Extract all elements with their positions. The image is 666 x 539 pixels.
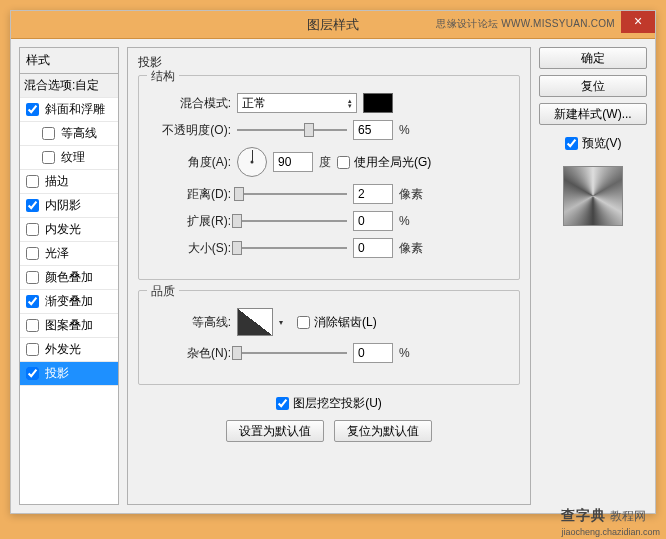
style-checkbox[interactable] bbox=[26, 271, 39, 284]
global-light-label: 使用全局光(G) bbox=[354, 154, 431, 171]
knockout-checkbox[interactable] bbox=[276, 397, 289, 410]
size-input[interactable] bbox=[353, 238, 393, 258]
style-checkbox[interactable] bbox=[26, 103, 39, 116]
contour-arrow-icon[interactable]: ▾ bbox=[279, 318, 283, 327]
style-row[interactable]: 颜色叠加 bbox=[20, 266, 118, 290]
settings-panel: 投影 结构 混合模式: 正常 ▴▾ 不透明度(O): % bbox=[127, 47, 531, 505]
page-watermark: 查字典 教程网 jiaocheng.chazidian.com bbox=[561, 507, 660, 537]
style-label: 内发光 bbox=[45, 221, 81, 238]
opacity-slider[interactable] bbox=[237, 122, 347, 138]
blend-options-row[interactable]: 混合选项:自定 bbox=[20, 74, 118, 98]
watermark-url: jiaocheng.chazidian.com bbox=[561, 527, 660, 537]
style-checkbox[interactable] bbox=[42, 151, 55, 164]
blend-options-label: 混合选项:自定 bbox=[24, 77, 99, 94]
opacity-label: 不透明度(O): bbox=[151, 122, 231, 139]
distance-input[interactable] bbox=[353, 184, 393, 204]
noise-unit: % bbox=[399, 346, 410, 360]
window-title: 图层样式 bbox=[307, 16, 359, 34]
blend-mode-value: 正常 bbox=[242, 95, 266, 112]
blend-mode-dropdown[interactable]: 正常 ▴▾ bbox=[237, 93, 357, 113]
preview-option[interactable]: 预览(V) bbox=[565, 135, 622, 152]
preview-checkbox[interactable] bbox=[565, 137, 578, 150]
global-light-checkbox[interactable] bbox=[337, 156, 350, 169]
style-checkbox[interactable] bbox=[26, 175, 39, 188]
global-light-option[interactable]: 使用全局光(G) bbox=[337, 154, 431, 171]
style-checkbox[interactable] bbox=[26, 319, 39, 332]
distance-slider[interactable] bbox=[237, 186, 347, 202]
ok-button[interactable]: 确定 bbox=[539, 47, 647, 69]
spread-unit: % bbox=[399, 214, 410, 228]
angle-input[interactable] bbox=[273, 152, 313, 172]
styles-panel: 样式 混合选项:自定 斜面和浮雕等高线纹理描边内阴影内发光光泽颜色叠加渐变叠加图… bbox=[19, 47, 119, 505]
style-row[interactable]: 光泽 bbox=[20, 242, 118, 266]
titlebar: 图层样式 思缘设计论坛 WWW.MISSYUAN.COM × bbox=[11, 11, 655, 39]
spread-slider[interactable] bbox=[237, 213, 347, 229]
styles-list: 混合选项:自定 斜面和浮雕等高线纹理描边内阴影内发光光泽颜色叠加渐变叠加图案叠加… bbox=[19, 74, 119, 505]
style-row[interactable]: 纹理 bbox=[20, 146, 118, 170]
shadow-color-swatch[interactable] bbox=[363, 93, 393, 113]
style-row[interactable]: 描边 bbox=[20, 170, 118, 194]
style-label: 外发光 bbox=[45, 341, 81, 358]
structure-legend: 结构 bbox=[147, 68, 179, 85]
style-row[interactable]: 斜面和浮雕 bbox=[20, 98, 118, 122]
preview-thumbnail bbox=[563, 166, 623, 226]
preview-label: 预览(V) bbox=[582, 135, 622, 152]
style-checkbox[interactable] bbox=[26, 223, 39, 236]
noise-input[interactable] bbox=[353, 343, 393, 363]
opacity-input[interactable] bbox=[353, 120, 393, 140]
style-row[interactable]: 等高线 bbox=[20, 122, 118, 146]
spread-input[interactable] bbox=[353, 211, 393, 231]
angle-unit: 度 bbox=[319, 154, 331, 171]
angle-label: 角度(A): bbox=[151, 154, 231, 171]
style-label: 内阴影 bbox=[45, 197, 81, 214]
style-checkbox[interactable] bbox=[26, 295, 39, 308]
watermark-site: 教程网 bbox=[610, 509, 646, 523]
layer-style-dialog: 图层样式 思缘设计论坛 WWW.MISSYUAN.COM × 样式 混合选项:自… bbox=[10, 10, 656, 514]
style-row[interactable]: 投影 bbox=[20, 362, 118, 386]
knockout-label: 图层挖空投影(U) bbox=[293, 395, 382, 412]
action-panel: 确定 复位 新建样式(W)... 预览(V) bbox=[539, 47, 647, 505]
style-row[interactable]: 内发光 bbox=[20, 218, 118, 242]
distance-label: 距离(D): bbox=[151, 186, 231, 203]
angle-dial[interactable] bbox=[237, 147, 267, 177]
forum-watermark: 思缘设计论坛 WWW.MISSYUAN.COM bbox=[436, 17, 615, 31]
new-style-button[interactable]: 新建样式(W)... bbox=[539, 103, 647, 125]
style-checkbox[interactable] bbox=[26, 367, 39, 380]
style-label: 投影 bbox=[45, 365, 69, 382]
style-checkbox[interactable] bbox=[26, 343, 39, 356]
close-button[interactable]: × bbox=[621, 11, 655, 33]
style-checkbox[interactable] bbox=[26, 199, 39, 212]
spread-label: 扩展(R): bbox=[151, 213, 231, 230]
dialog-body: 样式 混合选项:自定 斜面和浮雕等高线纹理描边内阴影内发光光泽颜色叠加渐变叠加图… bbox=[11, 39, 655, 513]
watermark-brand: 查字典 bbox=[561, 507, 606, 523]
antialias-option[interactable]: 消除锯齿(L) bbox=[297, 314, 377, 331]
style-checkbox[interactable] bbox=[26, 247, 39, 260]
styles-header: 样式 bbox=[19, 47, 119, 74]
style-checkbox[interactable] bbox=[42, 127, 55, 140]
antialias-checkbox[interactable] bbox=[297, 316, 310, 329]
style-label: 描边 bbox=[45, 173, 69, 190]
knockout-option[interactable]: 图层挖空投影(U) bbox=[276, 395, 382, 412]
style-row[interactable]: 内阴影 bbox=[20, 194, 118, 218]
style-label: 渐变叠加 bbox=[45, 293, 93, 310]
size-slider[interactable] bbox=[237, 240, 347, 256]
structure-fieldset: 结构 混合模式: 正常 ▴▾ 不透明度(O): % 角度(A): bbox=[138, 75, 520, 280]
noise-label: 杂色(N): bbox=[151, 345, 231, 362]
style-label: 光泽 bbox=[45, 245, 69, 262]
cancel-button[interactable]: 复位 bbox=[539, 75, 647, 97]
noise-slider[interactable] bbox=[237, 345, 347, 361]
quality-fieldset: 品质 等高线: ▾ 消除锯齿(L) 杂色(N): % bbox=[138, 290, 520, 385]
style-label: 纹理 bbox=[61, 149, 85, 166]
blend-mode-label: 混合模式: bbox=[151, 95, 231, 112]
style-label: 图案叠加 bbox=[45, 317, 93, 334]
make-default-button[interactable]: 设置为默认值 bbox=[226, 420, 324, 442]
reset-default-button[interactable]: 复位为默认值 bbox=[334, 420, 432, 442]
style-label: 颜色叠加 bbox=[45, 269, 93, 286]
opacity-unit: % bbox=[399, 123, 410, 137]
style-label: 等高线 bbox=[61, 125, 97, 142]
contour-picker[interactable] bbox=[237, 308, 273, 336]
style-row[interactable]: 外发光 bbox=[20, 338, 118, 362]
contour-label: 等高线: bbox=[151, 314, 231, 331]
style-row[interactable]: 渐变叠加 bbox=[20, 290, 118, 314]
style-row[interactable]: 图案叠加 bbox=[20, 314, 118, 338]
